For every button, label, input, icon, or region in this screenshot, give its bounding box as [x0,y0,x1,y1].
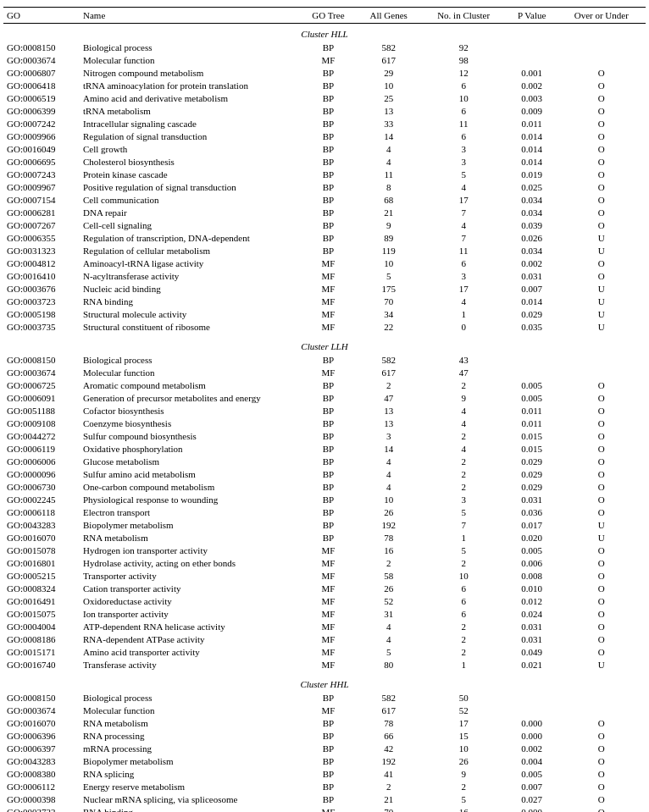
cell-3: 52 [357,594,421,607]
cell-4: 16 [421,805,507,812]
cell-0: GO:0006112 [3,780,80,793]
cell-1: Regulation of signal transduction [80,130,300,142]
table-row: GO:0008150Biological processBP58292 [3,41,646,53]
col-header-name: Name [80,8,300,24]
cell-0: GO:0006006 [3,455,80,467]
cell-5: 0.002 [507,742,557,754]
cell-0: GO:0043283 [3,518,80,531]
cell-2: BP [300,467,357,480]
cell-1: mRNA processing [80,742,300,754]
cell-2: BP [300,729,357,742]
cell-1: Glucose metabolism [80,455,300,467]
cell-5: 0.029 [507,455,557,467]
cell-3: 4 [357,467,421,480]
cell-2: BP [300,66,357,79]
cell-5: 0.012 [507,594,557,607]
cell-4: 4 [421,404,507,417]
cell-1: Regulation of transcription, DNA-depende… [80,231,300,244]
cell-2: BP [300,244,357,257]
table-row: GO:0003723RNA bindingMF7040.014U [3,295,646,307]
col-header-tree: GO Tree [300,8,357,24]
cell-1: Protein kinase cascade [80,168,300,180]
cell-2: MF [300,582,357,594]
cell-5: 0.026 [507,231,557,244]
cell-6 [557,353,646,366]
cell-1: Biological process [80,691,300,704]
table-row: GO:0002245Physiological response to woun… [3,493,646,505]
cell-1: Molecular function [80,53,300,66]
cell-6: O [557,117,646,130]
cell-4: 5 [421,505,507,518]
table-row: GO:0006730One-carbon compound metabolism… [3,480,646,493]
cell-6: O [557,493,646,505]
cell-5: 0.008 [507,569,557,582]
cell-2: MF [300,544,357,556]
cell-1: Generation of precursor metabolites and … [80,391,300,404]
cell-4: 9 [421,391,507,404]
cell-4: 1 [421,531,507,544]
cell-5: 0.020 [507,531,557,544]
cell-2: BP [300,429,357,442]
cell-5: 0.027 [507,793,557,805]
cell-2: BP [300,79,357,91]
cell-1: Cation transporter activity [80,582,300,594]
table-row: GO:0005215Transporter activityMF58100.00… [3,569,646,582]
cell-4: 2 [421,556,507,569]
cell-1: N-acyltransferase activity [80,269,300,282]
cell-1: Intracellular signaling cascade [80,117,300,130]
cell-0: GO:0006725 [3,378,80,391]
cell-3: 58 [357,569,421,582]
cell-0: GO:0003723 [3,805,80,812]
cell-0: GO:0003723 [3,295,80,307]
cell-4: 6 [421,582,507,594]
cluster-label-1: Cluster LLH [3,336,646,353]
cell-5: 0.031 [507,269,557,282]
cell-0: GO:0043283 [3,754,80,767]
cell-6: O [557,104,646,117]
cell-6: O [557,429,646,442]
col-header-overunder: Over or Under [557,8,646,24]
table-row: GO:0015078Hydrogen ion transporter activ… [3,544,646,556]
cell-3: 80 [357,658,421,671]
cell-2: BP [300,168,357,180]
cell-2: BP [300,180,357,193]
table-row: GO:0006418tRNA aminoacylation for protei… [3,79,646,91]
go-table: GO Name GO Tree All Genes No. in Cluster… [3,7,646,812]
cell-0: GO:0004004 [3,620,80,632]
cell-1: ATP-dependent RNA helicase activity [80,620,300,632]
table-row: GO:0043283Biopolymer metabolismBP192260.… [3,754,646,767]
cell-5: 0.035 [507,320,557,333]
table-row: GO:0006006Glucose metabolismBP420.029O [3,455,646,467]
cell-4: 15 [421,729,507,742]
cell-1: Electron transport [80,505,300,518]
cell-0: GO:0003676 [3,282,80,295]
cell-3: 192 [357,754,421,767]
cluster-header-1: Cluster LLH [3,336,646,353]
cell-5: 0.021 [507,658,557,671]
cell-5: 0.049 [507,645,557,658]
table-row: GO:0003676Nucleic acid bindingMF175170.0… [3,282,646,295]
cell-3: 4 [357,155,421,168]
cell-4: 6 [421,104,507,117]
table-row: GO:0003674Molecular functionMF61752 [3,704,646,716]
cell-2: MF [300,632,357,645]
cell-0: GO:0006397 [3,742,80,754]
cell-3: 10 [357,257,421,269]
cell-3: 13 [357,104,421,117]
table-row: GO:0006399tRNA metabolismBP1360.009O [3,104,646,117]
cell-6: O [557,729,646,742]
cell-3: 16 [357,544,421,556]
cell-4: 2 [421,645,507,658]
cell-3: 13 [357,404,421,417]
cell-5: 0.006 [507,556,557,569]
cell-5: 0.002 [507,257,557,269]
cell-1: RNA metabolism [80,531,300,544]
cell-1: Biological process [80,41,300,53]
cell-2: BP [300,104,357,117]
cell-2: BP [300,442,357,455]
cell-6: O [557,793,646,805]
cell-4: 4 [421,295,507,307]
cell-3: 582 [357,41,421,53]
cell-4: 3 [421,493,507,505]
cell-1: Nucleic acid binding [80,282,300,295]
